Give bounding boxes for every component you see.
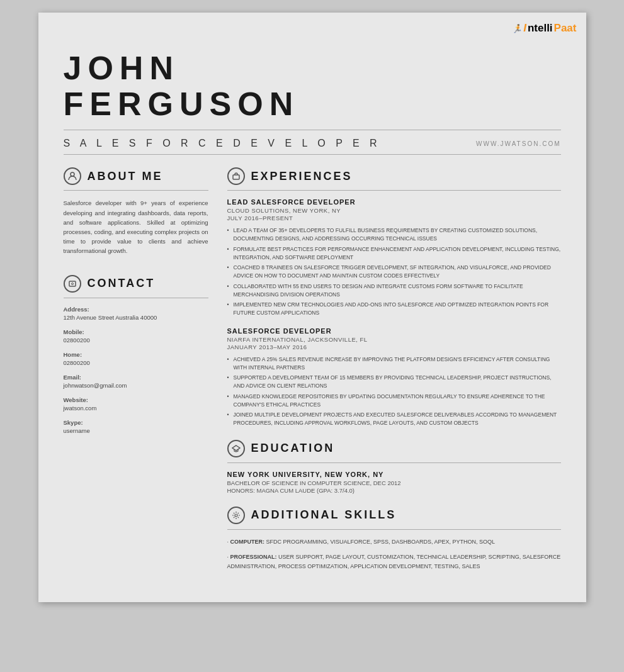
- logo-text-paat: Paat: [554, 22, 577, 35]
- contact-section: CONTACT Address: 12th Avenue Street Aust…: [64, 275, 208, 434]
- skills-title: ADDITIONAL SKILLS: [251, 508, 397, 522]
- right-column: EXPERIENCES LEAD SALESFORCE DEVELOPER CL…: [227, 167, 561, 577]
- skills-divider: [227, 529, 561, 530]
- contact-divider: [64, 298, 208, 298]
- experiences-title: EXPERIENCES: [251, 170, 353, 183]
- svg-point-5: [235, 514, 237, 517]
- list-item: JOINED MULTIPLE DEVELOPMENT PROJECTS AND…: [227, 411, 561, 427]
- mobile-value: 02800200: [64, 337, 208, 344]
- experiences-section: EXPERIENCES LEAD SALESFORCE DEVELOPER CL…: [227, 167, 561, 427]
- about-section: ABOUT ME Salesforce developer with 9+ ye…: [64, 167, 208, 255]
- svg-rect-1: [69, 281, 76, 286]
- about-divider: [64, 190, 208, 191]
- header-name: JOHN FERGUSON: [64, 50, 561, 122]
- job-2-bullets: ACHIEVED A 25% SALES REVENUE INCREASE BY…: [227, 356, 561, 427]
- website-label: Website:: [64, 396, 208, 403]
- contact-mobile: Mobile: 02800200: [64, 328, 208, 344]
- email-value: johnwatson@gmail.com: [64, 382, 208, 389]
- skill-computer: · COMPUTER: SFDC PROGRAMMING, VISUALFORC…: [227, 537, 561, 546]
- skype-label: Skype:: [64, 419, 208, 426]
- job-1-title: LEAD SALESFORCE DEVELOPER: [227, 198, 561, 206]
- list-item: MANAGED KNOWLEDGE REPOSITORIES BY UPDATI…: [227, 393, 561, 409]
- job-2: SALESFORCE DEVELOPER NIARFA INTERNATIONA…: [227, 327, 561, 427]
- job-title: S A L E S F O R C E D E V E L O P E R: [64, 138, 381, 149]
- skill-professional: · PROFESSIONAL: USER SUPPORT, PAGE LAYOU…: [227, 552, 561, 571]
- edu-school: NEW YORK UNIVERSITY, NEW YORK, NY: [227, 471, 561, 478]
- contact-address: Address: 12th Avenue Street Australia 40…: [64, 306, 208, 321]
- education-header: EDUCATION: [227, 440, 561, 457]
- list-item: ACHIEVED A 25% SALES REVENUE INCREASE BY…: [227, 356, 561, 372]
- contact-skype: Skype: username: [64, 419, 208, 434]
- education-section: EDUCATION NEW YORK UNIVERSITY, NEW YORK,…: [227, 440, 561, 494]
- two-col-layout: ABOUT ME Salesforce developer with 9+ ye…: [64, 167, 561, 577]
- contact-home: Home: 02800200: [64, 351, 208, 366]
- header-divider: [64, 130, 561, 130]
- experiences-header: EXPERIENCES: [227, 167, 561, 185]
- skills-section: ADDITIONAL SKILLS · COMPUTER: SFDC PROGR…: [227, 507, 561, 571]
- job-2-company: NIARFA INTERNATIONAL, JACKSONVILLE, FL: [227, 336, 561, 343]
- home-label: Home:: [64, 351, 208, 358]
- header-website: WWW.JWATSON.COM: [476, 140, 560, 147]
- contact-header: CONTACT: [64, 275, 208, 293]
- logo-text-i: I: [523, 22, 526, 35]
- svg-point-2: [71, 283, 73, 284]
- list-item: FORMULATE BEST PRACTICES FOR PERFORMANCE…: [227, 245, 561, 262]
- header-subtitle-row: S A L E S F O R C E D E V E L O P E R WW…: [64, 138, 561, 149]
- contact-icon: [64, 275, 81, 293]
- job-1-bullets: LEAD A TEAM OF 35+ DEVELOPERS TO FULFILL…: [227, 227, 561, 317]
- logo-text-ntellipaat: ntelli: [528, 22, 553, 35]
- skype-value: username: [64, 427, 208, 434]
- address-value: 12th Avenue Street Australia 40000: [64, 314, 208, 321]
- job-2-title: SALESFORCE DEVELOPER: [227, 327, 561, 335]
- about-header: ABOUT ME: [64, 167, 208, 185]
- left-column: ABOUT ME Salesforce developer with 9+ ye…: [64, 167, 208, 577]
- job-2-dates: JANUARY 2013–MAY 2016: [227, 344, 561, 350]
- edu-degree: BACHELOR OF SCIENCE IN COMPUTER SCIENCE,…: [227, 479, 561, 486]
- logo-figure: 🏃: [512, 24, 522, 33]
- list-item: COACHED 8 TRAINEES ON SALESFORCE TRIGGER…: [227, 264, 561, 280]
- address-label: Address:: [64, 306, 208, 313]
- list-item: SUPPORTED A DEVELOPMENT TEAM OF 15 MEMBE…: [227, 374, 561, 390]
- briefcase-icon: [227, 167, 245, 185]
- home-value: 02800200: [64, 359, 208, 366]
- experiences-divider: [227, 190, 561, 191]
- job-1-company: CLOUD SOLUTIONS, NEW YORK, NY: [227, 207, 561, 214]
- website-value: jwatson.com: [64, 405, 208, 412]
- list-item: IMPLEMENTED NEW CRM TECHNOLOGIES AND ADD…: [227, 301, 561, 317]
- skills-header: ADDITIONAL SKILLS: [227, 507, 561, 524]
- contact-email: Email: johnwatson@gmail.com: [64, 374, 208, 389]
- svg-rect-3: [233, 175, 239, 179]
- skill-computer-label: · COMPUTER: SFDC PROGRAMMING, VISUALFORC…: [227, 539, 496, 545]
- list-item: COLLABORATED WITH 55 END USERS TO DESIGN…: [227, 283, 561, 299]
- svg-point-0: [71, 172, 74, 176]
- svg-marker-4: [232, 445, 240, 451]
- about-text: Salesforce developer with 9+ years of ex…: [64, 198, 208, 255]
- job-1-dates: JULY 2016–PRESENT: [227, 215, 561, 221]
- edu-honors: HONORS: MAGNA CUM LAUDE (GPA: 3.7/4.0): [227, 487, 561, 494]
- list-item: LEAD A TEAM OF 35+ DEVELOPERS TO FULFILL…: [227, 227, 561, 243]
- intellipaat-logo: 🏃 I ntelliPaat: [512, 22, 576, 35]
- mobile-label: Mobile:: [64, 328, 208, 335]
- education-divider: [227, 462, 561, 463]
- resume-page: 🏃 I ntelliPaat JOHN FERGUSON S A L E S F…: [38, 13, 586, 602]
- about-title: ABOUT ME: [88, 170, 163, 183]
- person-icon: [64, 167, 81, 185]
- email-label: Email:: [64, 374, 208, 381]
- gear-icon: [227, 507, 245, 524]
- contact-title: CONTACT: [88, 277, 156, 290]
- graduation-icon: [227, 440, 245, 457]
- contact-website: Website: jwatson.com: [64, 396, 208, 412]
- content-divider: [64, 154, 561, 155]
- job-1: LEAD SALESFORCE DEVELOPER CLOUD SOLUTION…: [227, 198, 561, 317]
- skill-professional-label: · PROFESSIONAL: USER SUPPORT, PAGE LAYOU…: [227, 554, 561, 569]
- education-title: EDUCATION: [251, 442, 335, 455]
